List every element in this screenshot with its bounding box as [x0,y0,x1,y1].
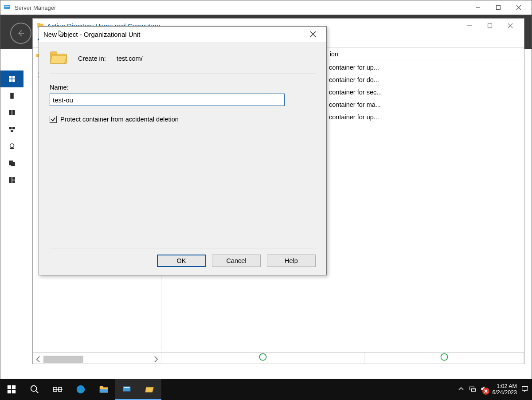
tray-volume-icon[interactable] [481,385,488,394]
svg-line-44 [36,391,39,393]
start-button[interactable] [0,379,23,400]
ok-button[interactable]: OK [157,255,206,267]
maximize-button[interactable] [488,0,509,15]
minimize-button[interactable] [468,0,488,15]
column-description[interactable]: ion [330,51,410,58]
list-rows: container for up... container for do... … [329,61,524,123]
create-in-label: Create in: [78,55,106,62]
new-ou-dialog: New Object - Organizational Unit Create … [39,26,327,275]
svg-rect-7 [9,76,12,78]
rail-all-servers[interactable] [0,104,23,121]
svg-rect-9 [9,79,12,82]
cancel-button[interactable]: Cancel [212,255,261,267]
svg-rect-27 [488,24,492,28]
rail-local-server[interactable] [0,87,23,104]
svg-marker-54 [145,387,153,392]
server-manager-icon [3,4,11,12]
taskbar-aduc[interactable] [138,379,161,400]
svg-marker-37 [51,55,67,63]
system-tray[interactable]: 1:02 AM 6/24/2023 [458,383,532,396]
aduc-minimize-button[interactable] [459,19,480,33]
name-input[interactable] [50,94,285,106]
svg-point-17 [10,144,14,148]
svg-rect-20 [11,162,15,166]
svg-rect-39 [8,385,11,389]
svg-rect-42 [12,390,16,393]
protect-label: Protect container from accidental deleti… [60,116,179,123]
tray-overflow-icon[interactable] [458,385,465,394]
help-button[interactable]: Help [267,255,316,267]
name-label: Name: [50,84,316,91]
svg-rect-23 [12,180,15,183]
rail-dashboard[interactable] [0,71,23,87]
status-ok-icon [440,353,449,361]
svg-point-43 [31,386,37,392]
list-item[interactable]: container for ma... [329,98,524,111]
svg-point-31 [259,354,266,361]
svg-rect-16 [11,130,13,133]
tray-time: 1:02 AM [492,383,517,389]
svg-rect-41 [8,390,11,393]
svg-rect-40 [12,385,16,389]
list-item[interactable]: container for do... [329,74,524,86]
server-manager-window: Server Manager Active Directory Users an… [0,0,532,400]
search-button[interactable] [23,379,46,400]
back-button[interactable] [10,23,31,44]
svg-rect-1 [5,6,10,7]
aduc-maximize-button[interactable] [480,19,500,33]
svg-rect-14 [9,127,12,129]
list-item[interactable]: container for sec... [329,86,524,98]
svg-rect-8 [12,76,15,78]
close-button[interactable] [509,0,529,15]
left-nav-rail [0,71,23,188]
dialog-title: New Object - Organizational Unit [43,31,140,38]
svg-rect-22 [12,177,15,180]
svg-rect-36 [51,52,57,55]
svg-rect-10 [12,79,15,82]
rail-file-services[interactable] [0,155,23,172]
taskbar: 1:02 AM 6/24/2023 [0,379,532,400]
svg-rect-52 [123,387,131,392]
svg-rect-15 [12,127,15,129]
rail-dns[interactable] [0,138,23,155]
svg-rect-50 [100,386,103,388]
taskbar-edge[interactable] [69,379,92,400]
dialog-titlebar[interactable]: New Object - Organizational Unit [39,27,326,42]
task-view-button[interactable] [46,379,69,400]
svg-rect-21 [9,177,12,183]
svg-rect-12 [9,110,12,115]
taskbar-server-manager[interactable] [115,379,138,400]
server-manager-title: Server Manager [15,4,56,11]
folder-icon [50,50,67,67]
svg-rect-11 [10,93,14,99]
tray-clock[interactable]: 1:02 AM 6/24/2023 [492,383,517,396]
status-ok-icon [258,353,267,361]
tray-notifications-icon[interactable] [521,385,528,394]
svg-point-48 [77,385,85,393]
svg-rect-53 [124,387,130,388]
svg-rect-18 [10,148,14,149]
dialog-close-button[interactable] [304,31,322,37]
aduc-close-button[interactable] [500,19,520,33]
svg-rect-61 [522,386,528,390]
svg-rect-3 [497,6,501,10]
tray-date: 6/24/2023 [492,389,517,396]
server-manager-titlebar[interactable]: Server Manager [0,0,532,15]
list-item[interactable]: container for up... [329,111,524,123]
rail-ad-ds[interactable] [0,121,23,138]
taskbar-explorer[interactable] [92,379,115,400]
create-in-path: test.com/ [117,55,143,62]
svg-rect-51 [100,389,108,392]
protect-checkbox[interactable] [50,116,57,123]
svg-point-32 [441,354,447,361]
aduc-statusbar [33,352,524,364]
svg-rect-25 [37,23,40,24]
list-item[interactable]: container for up... [329,61,524,74]
svg-rect-13 [12,110,15,115]
svg-rect-0 [4,5,10,9]
tray-network-icon[interactable] [469,385,476,394]
rail-iis[interactable] [0,172,23,188]
